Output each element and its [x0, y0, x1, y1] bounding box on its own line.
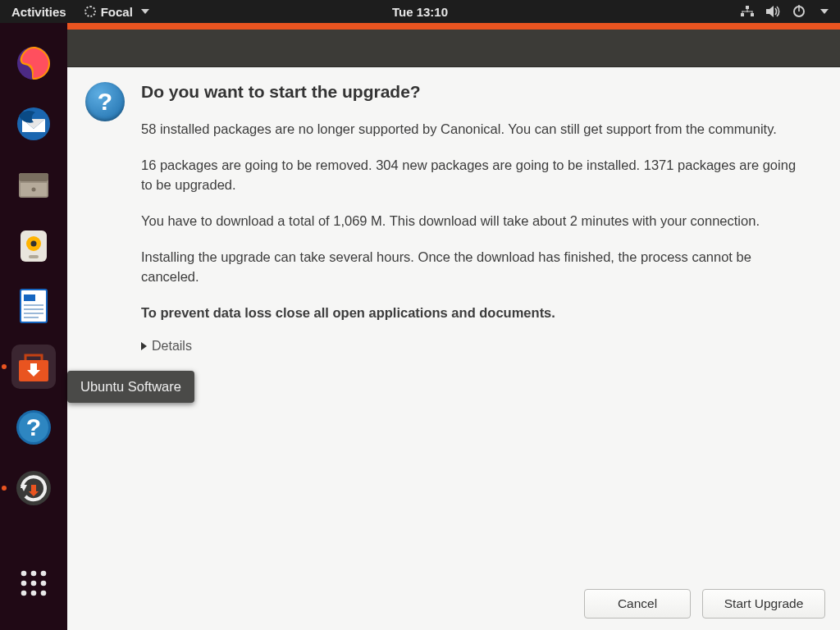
dialog-heading: Do you want to start the upgrade? — [141, 82, 810, 102]
app-menu[interactable]: Focal — [78, 5, 156, 19]
start-upgrade-button[interactable]: Start Upgrade — [702, 589, 825, 619]
dialog-text-install: Installing the upgrade can take several … — [141, 248, 810, 287]
svg-rect-0 — [746, 6, 749, 9]
dialog-text-unsupported: 58 installed packages are no longer supp… — [141, 120, 810, 139]
svg-point-16 — [32, 188, 36, 192]
svg-point-33 — [21, 571, 27, 577]
upgrade-dialog: ? Do you want to start the upgrade? 58 i… — [67, 30, 840, 630]
svg-point-37 — [31, 581, 37, 587]
dock-item-firefox[interactable] — [11, 41, 56, 85]
chevron-down-icon[interactable] — [820, 9, 829, 14]
network-icon[interactable] — [740, 6, 755, 17]
svg-text:?: ? — [26, 413, 41, 441]
dock-item-files[interactable] — [11, 162, 56, 207]
svg-point-34 — [31, 571, 37, 577]
dialog-text-packages: 16 packages are going to be removed. 304… — [141, 156, 810, 195]
svg-rect-25 — [24, 313, 43, 314]
svg-point-41 — [41, 591, 47, 596]
activities-button[interactable]: Activities — [0, 5, 78, 19]
volume-icon[interactable] — [766, 6, 781, 17]
question-icon: ? — [85, 82, 125, 121]
svg-point-19 — [31, 241, 37, 247]
svg-rect-26 — [24, 317, 39, 318]
svg-rect-22 — [24, 294, 35, 301]
running-indicator — [2, 486, 7, 491]
dock-item-writer[interactable] — [11, 284, 56, 328]
power-icon[interactable] — [792, 5, 806, 18]
dock-item-software[interactable] — [11, 345, 56, 389]
focal-icon — [84, 6, 96, 17]
svg-rect-1 — [741, 13, 744, 16]
svg-rect-9 — [798, 5, 800, 11]
svg-point-35 — [41, 571, 47, 577]
svg-rect-2 — [751, 13, 754, 16]
cancel-button[interactable]: Cancel — [584, 589, 691, 619]
dock-item-thunderbird[interactable] — [11, 102, 56, 146]
svg-rect-24 — [24, 308, 43, 310]
dock: ? — [0, 23, 67, 630]
accent-bar — [67, 23, 840, 30]
details-expander[interactable]: Details — [141, 339, 810, 354]
dock-item-help[interactable]: ? — [11, 405, 56, 450]
details-label: Details — [152, 339, 192, 354]
svg-point-39 — [21, 591, 27, 596]
running-indicator — [2, 364, 7, 369]
svg-rect-13 — [19, 173, 48, 181]
svg-rect-5 — [742, 11, 743, 14]
chevron-right-icon — [141, 342, 147, 350]
dialog-button-bar: Cancel Start Upgrade — [67, 578, 840, 630]
svg-rect-6 — [752, 11, 753, 14]
svg-point-36 — [21, 581, 27, 587]
svg-point-38 — [41, 581, 47, 587]
window-titlebar[interactable] — [67, 30, 840, 67]
dock-item-updater[interactable] — [11, 466, 56, 510]
dock-tooltip: Ubuntu Software — [67, 371, 194, 403]
chevron-down-icon — [141, 9, 149, 14]
app-menu-label: Focal — [101, 5, 133, 19]
dialog-text-warning: To prevent data loss close all open appl… — [141, 304, 810, 323]
dialog-text-download: You have to download a total of 1,069 M.… — [141, 212, 810, 231]
svg-rect-20 — [29, 255, 39, 258]
svg-rect-23 — [24, 304, 43, 306]
svg-marker-7 — [766, 6, 774, 17]
dock-item-rhythmbox[interactable] — [11, 223, 56, 267]
top-bar: Activities Focal Tue 13:10 — [0, 0, 840, 23]
svg-rect-4 — [742, 11, 753, 12]
clock[interactable]: Tue 13:10 — [392, 5, 448, 19]
svg-point-40 — [31, 591, 37, 596]
show-applications-button[interactable] — [11, 561, 56, 605]
